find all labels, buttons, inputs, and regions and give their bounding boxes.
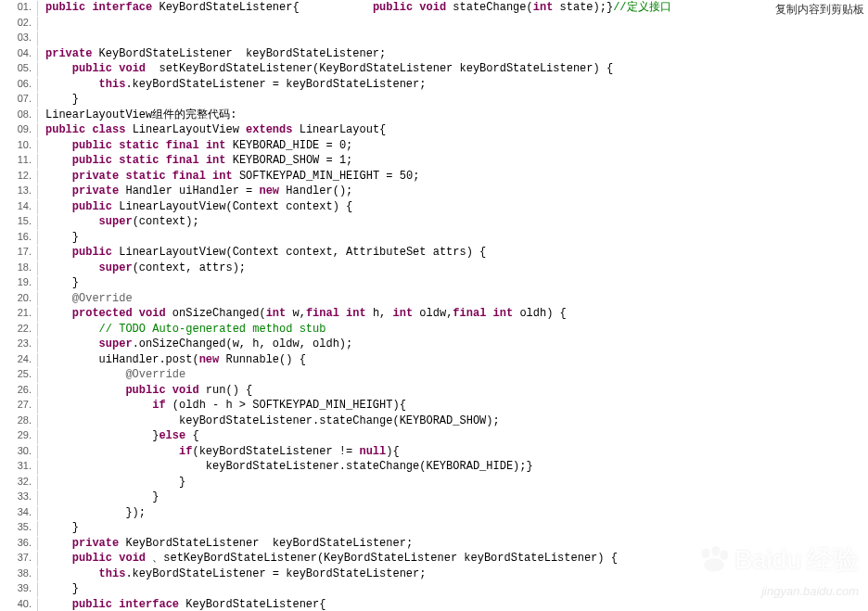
code-line: 27. if (oldh - h > SOFTKEYPAD_MIN_HEIGHT…: [0, 398, 868, 414]
line-number: 31.: [0, 459, 37, 474]
token-kw: protected: [72, 307, 133, 320]
token-kw: void: [119, 552, 146, 565]
code-line: 39. }: [0, 581, 868, 597]
token-kw: public: [72, 139, 112, 152]
code-list: 01.public interface KeyBordStateListener…: [0, 0, 868, 611]
token-plain: LinearLayoutView(Context context) {: [112, 200, 352, 213]
line-number: 03.: [0, 31, 37, 45]
token-kw: super: [99, 337, 133, 350]
line-number: 21.: [0, 306, 37, 321]
token-kw: final: [306, 307, 339, 320]
line-content: }: [37, 93, 868, 108]
line-number: 24.: [0, 352, 37, 367]
line-number: 14.: [0, 199, 37, 214]
line-content: public static final int KEYBORAD_SHOW = …: [37, 154, 868, 169]
token-plain: [45, 139, 72, 152]
token-plain: }: [45, 490, 159, 503]
code-line: 31. keyBordStateListener.stateChange(KEY…: [0, 459, 868, 475]
line-content: this.keyBordStateListener = keyBordState…: [37, 567, 868, 582]
code-line: 01.public interface KeyBordStateListener…: [0, 0, 868, 16]
code-line: 02.: [0, 16, 868, 32]
token-kw: public: [72, 62, 112, 75]
line-number: 07.: [0, 92, 37, 107]
code-line: 37. public void 、setKeyBordStateListener…: [0, 551, 868, 566]
token-plain: oldh) {: [513, 307, 567, 320]
token-plain: ){: [386, 445, 399, 458]
code-line: 20. @Override: [0, 291, 868, 307]
token-kw: void: [172, 384, 199, 397]
line-number: 15.: [0, 214, 37, 229]
token-plain: setKeyBordStateListener(KeyBordStateList…: [146, 62, 613, 75]
token-plain: stateChange(: [446, 1, 533, 14]
token-plain: ;: [413, 170, 419, 183]
line-number: 23.: [0, 337, 37, 351]
token-plain: (oldh - h > SOFTKEYPAD_MIN_HEIGHT){: [166, 399, 406, 412]
token-plain: [45, 552, 72, 565]
line-number: 20.: [0, 291, 37, 306]
line-content: [37, 17, 868, 32]
code-line: 32. }: [0, 475, 868, 490]
token-kw: private: [45, 47, 92, 60]
token-plain: [166, 170, 172, 183]
token-plain: [45, 537, 72, 550]
line-number: 06.: [0, 77, 37, 92]
token-plain: [45, 154, 72, 167]
token-kw: if: [152, 399, 165, 412]
line-number: 39.: [0, 581, 37, 596]
code-line: 10. public static final int KEYBORAD_HID…: [0, 138, 868, 154]
code-line: 12. private static final int SOFTKEYPAD_…: [0, 169, 868, 185]
line-content: @Override: [37, 368, 868, 383]
token-kw: if: [179, 445, 192, 458]
token-kw: final: [166, 154, 199, 167]
line-content: public void setKeyBordStateListener(KeyB…: [37, 62, 868, 77]
line-number: 10.: [0, 138, 37, 153]
line-number: 32.: [0, 475, 37, 490]
token-annot: @Override: [72, 292, 133, 305]
token-plain: (context, attrs);: [133, 261, 246, 274]
line-content: }: [37, 490, 868, 505]
line-content: super(context);: [37, 215, 868, 230]
code-line: 26. public void run() {: [0, 383, 868, 399]
token-kw: static: [119, 139, 159, 152]
line-content: keyBordStateListener.stateChange(KEYBORA…: [37, 414, 868, 429]
token-plain: [45, 307, 72, 320]
token-plain: 50: [400, 170, 413, 183]
code-line: 16. }: [0, 230, 868, 246]
line-content: super.onSizeChanged(w, h, oldw, oldh);: [37, 337, 868, 352]
line-content: private Handler uiHandler = new Handler(…: [37, 185, 868, 199]
token-plain: [45, 337, 99, 350]
line-content: public LinearLayoutView(Context context,…: [37, 246, 868, 261]
token-plain: LinearLayoutView: [125, 123, 246, 136]
line-content: }: [37, 276, 868, 291]
token-kw: final: [453, 307, 486, 320]
line-content: public LinearLayoutView(Context context)…: [37, 200, 868, 215]
line-content: private static final int SOFTKEYPAD_MIN_…: [37, 170, 868, 185]
token-kw: private: [72, 170, 119, 183]
token-plain: [45, 17, 52, 30]
line-content: super(context, attrs);: [37, 261, 868, 276]
line-number: 30.: [0, 444, 37, 459]
code-line: 18. super(context, attrs);: [0, 261, 868, 276]
code-line: 11. public static final int KEYBORAD_SHO…: [0, 153, 868, 169]
line-content: }: [37, 521, 868, 536]
line-number: 37.: [0, 551, 37, 566]
line-number: 12.: [0, 169, 37, 184]
token-plain: {: [185, 429, 198, 442]
token-kw: class: [92, 123, 125, 136]
line-content: private KeyBordStateListener keyBordStat…: [37, 537, 868, 552]
token-plain: onSizeChanged(: [166, 307, 266, 320]
code-line: 24. uiHandler.post(new Runnable() {: [0, 352, 868, 368]
copy-to-clipboard-link[interactable]: 复制内容到剪贴板: [775, 2, 864, 18]
line-content: @Override: [37, 292, 868, 307]
line-content: if(keyBordStateListener != null){: [37, 445, 868, 460]
token-plain: });: [45, 506, 146, 519]
line-number: 17.: [0, 245, 37, 260]
token-kw: private: [72, 537, 119, 550]
token-plain: keyBordStateListener.stateChange(KEYBORA…: [45, 414, 500, 427]
token-plain: [45, 32, 52, 45]
token-kw: else: [159, 429, 185, 442]
token-plain: SOFTKEYPAD_MIN_HEIGHT =: [233, 170, 400, 183]
token-plain: KeyBordStateListener keyBordStateListene…: [92, 47, 386, 60]
code-line: 04.private KeyBordStateListener keyBordS…: [0, 46, 868, 62]
line-content: uiHandler.post(new Runnable() {: [37, 353, 868, 368]
